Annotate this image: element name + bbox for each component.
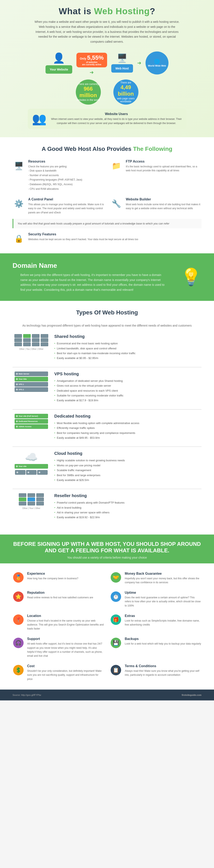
www-circle: 🌐 World Wide Web: [145, 52, 169, 74]
money-back-content: Money Back Guarantee Hopefully you won't…: [125, 572, 202, 585]
uptime-content: Uptime Does the web host guarantee a cer…: [125, 591, 202, 608]
reseller-hosting-details: Reseller hosting Powerful control panels…: [54, 493, 124, 520]
feature-control-panel-content: A Control Panel This allows you to manag…: [28, 197, 104, 215]
extras-text: Look for extras such as SimpleScripts In…: [125, 619, 202, 627]
list-item: CPU and RAM allocations: [28, 187, 82, 191]
list-item: Aid in sharing your server space with ot…: [54, 510, 124, 515]
backups-text: Look for a web host which will help you …: [125, 642, 201, 646]
support-content: Support All web hosts offer support, but…: [27, 637, 104, 658]
criteria-terms: 📋 Terms & Conditions Always read this! M…: [110, 664, 202, 681]
cloud-hosting-title: Cloud hosting: [54, 451, 125, 456]
domain-title: Domain Name: [12, 262, 174, 270]
terms-title: Terms & Conditions: [125, 664, 202, 668]
reputation-title: Reputation: [27, 591, 93, 595]
support-title: Support: [27, 637, 104, 641]
criteria-location: 📍 Location Choose a host that's located …: [12, 614, 104, 631]
experience-text: How long has the company been in busines…: [27, 577, 78, 581]
vps-hosting-list: Amalgamation of dedicated server plus Sh…: [54, 378, 123, 403]
criteria-backups: 💾 Backups Look for a web host which will…: [110, 637, 202, 658]
control-panel-text: This allows you to manage your hosting a…: [28, 203, 104, 215]
hosting-type-vps: Main Server Your Site VPS 1 VPS 2 VPS ho…: [12, 372, 202, 403]
list-item: Easily available at $19.92 - $22.9/m: [54, 515, 124, 520]
cloud-icon: ☁️: [25, 451, 38, 463]
backups-icon: 💾: [110, 637, 122, 649]
cost-content: Cost Shouldn't be your only consideratio…: [27, 664, 104, 681]
list-item: Most flexible web hosting option with co…: [54, 421, 139, 426]
footer-source: Source: http://goo.gl/fFYPtw: [12, 694, 41, 696]
support-icon: 🎧: [12, 637, 24, 649]
criteria-uptime: ⏱️ Uptime Does the web host guarantee a …: [110, 591, 202, 608]
before-signing-heading: BEFORE SIGNING UP WITH A WEB HOST, YOU S…: [12, 541, 202, 554]
hosting-type-cloud: ☁️ Your site Cloud hosting Highly scalab…: [12, 451, 202, 483]
uptime-text: Does the web host guarantee a certain am…: [125, 596, 202, 608]
feature-security: 🔒 Security Features Websites must be kep…: [12, 232, 202, 245]
hosting-type-dedicated: Your site (Full Server) Dedicated Resour…: [12, 414, 202, 440]
dedicated-server-visual: Your site (Full Server) Dedicated Resour…: [12, 414, 50, 429]
control-panel-title: A Control Panel: [28, 197, 104, 201]
terms-icon: 📋: [110, 664, 122, 676]
www-users-bubble: There are 4,49 billion web page users wo…: [113, 80, 138, 104]
stats-row: There are currently 966 million websites…: [12, 80, 202, 104]
reputation-content: Reputation Read online reviews to find o…: [27, 591, 93, 599]
reseller-hosting-title: Reseller hosting: [54, 493, 124, 498]
list-item: Number of email accounts: [28, 173, 82, 178]
resources-text: Check the features you are getting:: [28, 165, 82, 168]
vps-hosting-details: VPS hosting Amalgamation of dedicated se…: [54, 372, 123, 403]
extras-title: Extras: [125, 614, 202, 618]
hosting-diagram: 👤 Your Website Only 5,55% of websites ar…: [12, 51, 202, 75]
cloud-hosting-list: Highly scalable solution to meet growing…: [54, 458, 125, 483]
location-icon: 📍: [12, 614, 24, 625]
reseller-hosting-list: Powerful control panels along with Domai…: [54, 500, 124, 520]
support-text: All web hosts offer support, but it's be…: [27, 642, 104, 658]
divider: [12, 446, 202, 447]
list-item: Scalable traffic management: [54, 468, 125, 473]
feature-resources-content: Resources Check the features you are get…: [28, 160, 82, 191]
resources-title: Resources: [28, 160, 82, 163]
experience-content: Experience How long has the company been…: [27, 572, 78, 581]
websites-count-bubble: There are currently 966 million websites…: [76, 80, 101, 104]
shared-hosting-title: Shared hosting: [54, 334, 136, 339]
vps-server-visual: Main Server Your Site VPS 1 VPS 2: [12, 372, 50, 392]
criteria-grid: 🏅 Experience How long has the company be…: [12, 572, 202, 681]
criteria-support: 🎧 Support All web hosts offer support, b…: [12, 637, 104, 658]
list-item: Best for start-ups to maintain low-moder…: [54, 351, 136, 355]
list-item: Easily available at $17.9 - $19.9/m: [54, 398, 123, 403]
list-item: Limited bandwidth, disk space and contro…: [54, 346, 136, 351]
list-item: Suitable for companies receiving moderat…: [54, 393, 123, 398]
uptime-title: Uptime: [125, 591, 202, 595]
cost-text: Shouldn't be your only consideration, bu…: [27, 669, 104, 681]
users-person-icon: 👥: [32, 112, 46, 126]
list-item: Easily available at $26.5/m: [54, 477, 125, 483]
server-icon: 🖥️: [117, 53, 127, 63]
hosting-type-reseller: Other | Your | Other Reseller hosting Po…: [12, 493, 202, 520]
dedicated-hosting-title: Dedicated hosting: [54, 414, 139, 418]
tutorials-note: You will also find that good web hosts u…: [12, 219, 202, 228]
header-intro: When you make a website and want other p…: [34, 20, 180, 44]
divider: [12, 409, 202, 410]
feature-ftp: 📁 FTP Access It's the basic technology u…: [110, 160, 202, 191]
website-builder-title: Website Builder: [126, 197, 202, 201]
list-item: Disk space & bandwidth: [28, 168, 82, 173]
list-item: Easily available at $0.95 - $2.95/m: [54, 355, 136, 361]
backups-title: Backups: [125, 637, 201, 641]
hosting-types-section: Types Of Web Hosting As technology has p…: [0, 301, 214, 534]
list-item: Easily available at $49.95 - $53.9/m: [54, 435, 139, 440]
shared-server-visual: Other | You | Other | Other: [12, 334, 50, 350]
reputation-text: Read online reviews to find out how sati…: [27, 596, 93, 599]
criteria-section: 🏅 Experience How long has the company be…: [0, 563, 214, 689]
resources-icon: 🖥️: [12, 160, 25, 172]
list-item: Highly scalable solution to meet growing…: [54, 458, 125, 463]
domain-section: Domain Name Before we jump into the diff…: [0, 253, 214, 301]
list-item: Best for SMBs and large enterprises: [54, 473, 125, 477]
domain-brainstorm-icon: 💡: [181, 267, 202, 287]
experience-icon: 🏅: [12, 572, 24, 583]
person-icon: 👤: [52, 52, 65, 64]
extras-icon: 🎁: [110, 614, 122, 625]
terms-text: Always read this! Make sure you know wha…: [125, 669, 202, 677]
website-builder-text: Most web hosts include some kind of site…: [126, 203, 202, 211]
list-item: Works on pay-per-use pricing model: [54, 463, 125, 468]
feature-control-panel: ⚙️ A Control Panel This allows you to ma…: [12, 197, 104, 215]
location-text: Choose a host that's located in the same…: [27, 619, 104, 631]
divider: [12, 489, 202, 489]
ftp-title: FTP Access: [126, 160, 202, 163]
